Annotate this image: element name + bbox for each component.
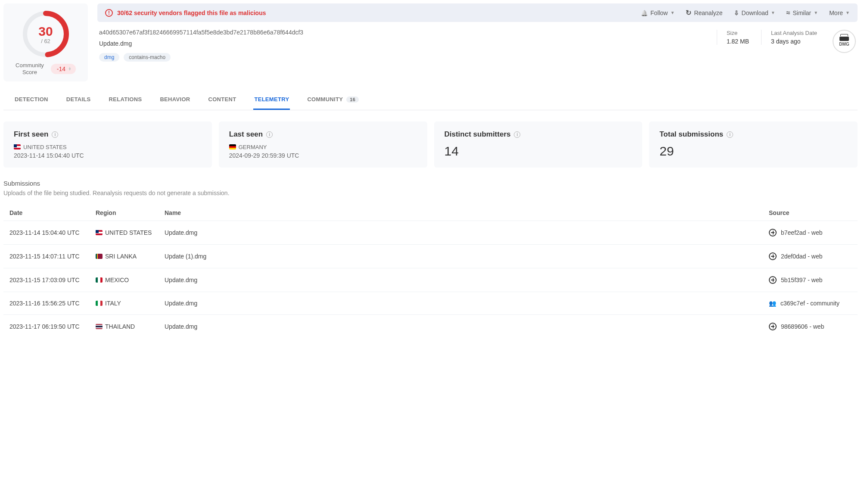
table-row[interactable]: 2023-11-14 15:04:40 UTCUNITED STATESUpda… (3, 221, 858, 245)
cell-source: 5b15f397 - web (763, 268, 858, 292)
globe-icon (769, 229, 777, 236)
community-score-value: -14 (57, 65, 65, 72)
submissions-heading: Submissions (3, 180, 858, 187)
refresh-icon (686, 9, 691, 17)
cell-region: THAILAND (90, 315, 159, 339)
table-row[interactable]: 2023-11-15 17:03:09 UTCMEXICOUpdate.dmg5… (3, 268, 858, 292)
follow-button[interactable]: Follow▼ (641, 9, 675, 16)
file-hash[interactable]: a40d65307e67af3f18246669957114fa5f5e8de3… (99, 29, 708, 36)
alert-icon: ! (105, 9, 113, 17)
similar-button[interactable]: Similar▼ (786, 9, 818, 17)
globe-icon (769, 252, 777, 260)
cell-source: 👥c369c7ef - community (763, 292, 858, 315)
malicious-banner: ! 30/62 security vendors flagged this fi… (97, 3, 858, 22)
score-card: 30 / 62 CommunityScore -14 ▲▼ (3, 3, 88, 81)
community-score-label: CommunityScore (16, 62, 44, 75)
tab-telemetry[interactable]: TELEMETRY (253, 91, 290, 110)
col-region: Region (90, 205, 159, 221)
last-analysis-stat: Last Analysis Date 3 days ago (761, 30, 817, 45)
submissions-table: Date Region Name Source 2023-11-14 15:04… (3, 205, 858, 338)
cell-date: 2023-11-14 15:04:40 UTC (3, 221, 90, 245)
chevron-down-icon: ▼ (845, 10, 850, 15)
last-seen-time: 2024-09-29 20:59:39 UTC (229, 152, 417, 159)
detection-gauge: 30 / 62 (22, 10, 69, 58)
cell-name: Update.dmg (159, 292, 763, 315)
col-source: Source (763, 205, 858, 221)
flag-it-icon (96, 301, 103, 306)
cell-date: 2023-11-17 06:19:50 UTC (3, 315, 90, 339)
col-date: Date (3, 205, 90, 221)
more-button[interactable]: More▼ (829, 9, 850, 16)
distinct-submitters-value: 14 (444, 144, 632, 159)
table-row[interactable]: 2023-11-17 06:19:50 UTCTHAILANDUpdate.dm… (3, 315, 858, 339)
file-name: Update.dmg (99, 40, 708, 47)
flag-de-icon (229, 144, 236, 149)
globe-icon (769, 276, 777, 284)
table-row[interactable]: 2023-11-16 15:56:25 UTCITALYUpdate.dmg👥c… (3, 292, 858, 315)
file-type-badge: DMG (833, 30, 856, 53)
banner-text: 30/62 security vendors flagged this file… (117, 9, 266, 16)
info-icon[interactable]: i (514, 131, 520, 138)
tab-community[interactable]: COMMUNITY16 (306, 91, 360, 110)
cell-source: 2def0dad - web (763, 245, 858, 268)
chevron-down-icon: ▼ (814, 10, 818, 15)
info-icon[interactable]: i (52, 131, 58, 138)
community-count-badge: 16 (346, 96, 359, 103)
info-icon[interactable]: i (727, 131, 733, 138)
community-icon: 👥 (769, 300, 776, 307)
first-seen-time: 2023-11-14 15:04:40 UTC (14, 152, 202, 159)
flag-th-icon (96, 324, 103, 329)
bell-icon (641, 9, 648, 16)
tabs: DETECTION DETAILS RELATIONS BEHAVIOR CON… (3, 91, 858, 110)
cell-source: 98689606 - web (763, 315, 858, 339)
last-seen-card: Last seeni GERMANY 2024-09-29 20:59:39 U… (219, 121, 427, 168)
table-row[interactable]: 2023-11-15 14:07:11 UTCSRI LANKAUpdate (… (3, 245, 858, 268)
tab-behavior[interactable]: BEHAVIOR (159, 91, 191, 110)
cell-region: UNITED STATES (90, 221, 159, 245)
chevron-down-icon: ▼ (771, 10, 775, 15)
chevron-down-icon: ▼ (670, 10, 675, 15)
tag-dmg[interactable]: dmg (99, 53, 119, 62)
info-icon[interactable]: i (266, 131, 273, 138)
flag-mx-icon (96, 277, 103, 283)
distinct-submitters-card: Distinct submittersi 14 (434, 121, 643, 168)
flag-us-icon (96, 230, 103, 235)
vote-arrows-icon[interactable]: ▲▼ (68, 67, 71, 71)
cell-name: Update (1).dmg (159, 245, 763, 268)
flag-us-icon (14, 144, 21, 149)
cell-name: Update.dmg (159, 221, 763, 245)
download-icon (734, 9, 739, 16)
cell-date: 2023-11-15 14:07:11 UTC (3, 245, 90, 268)
globe-icon (769, 323, 777, 330)
tab-content[interactable]: CONTENT (207, 91, 237, 110)
flag-lk-icon (96, 254, 103, 259)
tab-details[interactable]: DETAILS (65, 91, 92, 110)
download-button[interactable]: Download▼ (734, 9, 775, 16)
cell-source: b7eef2ad - web (763, 221, 858, 245)
detection-count: 30 (38, 24, 53, 39)
cell-region: SRI LANKA (90, 245, 159, 268)
reanalyze-button[interactable]: Reanalyze (686, 9, 722, 17)
cell-date: 2023-11-15 17:03:09 UTC (3, 268, 90, 292)
tag-contains-macho[interactable]: contains-macho (124, 53, 171, 62)
last-seen-country: GERMANY (229, 144, 417, 150)
detection-total: / 62 (41, 38, 50, 44)
similar-icon (786, 9, 790, 17)
tab-detection[interactable]: DETECTION (14, 91, 49, 110)
total-submissions-card: Total submissionsi 29 (649, 121, 858, 168)
col-name: Name (159, 205, 763, 221)
total-submissions-value: 29 (659, 144, 847, 159)
size-stat: Size 1.82 MB (717, 30, 749, 45)
first-seen-country: UNITED STATES (14, 144, 202, 150)
tab-relations[interactable]: RELATIONS (108, 91, 143, 110)
cell-name: Update.dmg (159, 268, 763, 292)
cell-name: Update.dmg (159, 315, 763, 339)
community-score-pill[interactable]: -14 ▲▼ (51, 64, 76, 74)
submissions-subtitle: Uploads of the file being studied. Reana… (3, 190, 858, 196)
cell-region: ITALY (90, 292, 159, 315)
first-seen-card: First seeni UNITED STATES 2023-11-14 15:… (3, 121, 212, 168)
dmg-icon (839, 37, 849, 41)
cell-region: MEXICO (90, 268, 159, 292)
cell-date: 2023-11-16 15:56:25 UTC (3, 292, 90, 315)
